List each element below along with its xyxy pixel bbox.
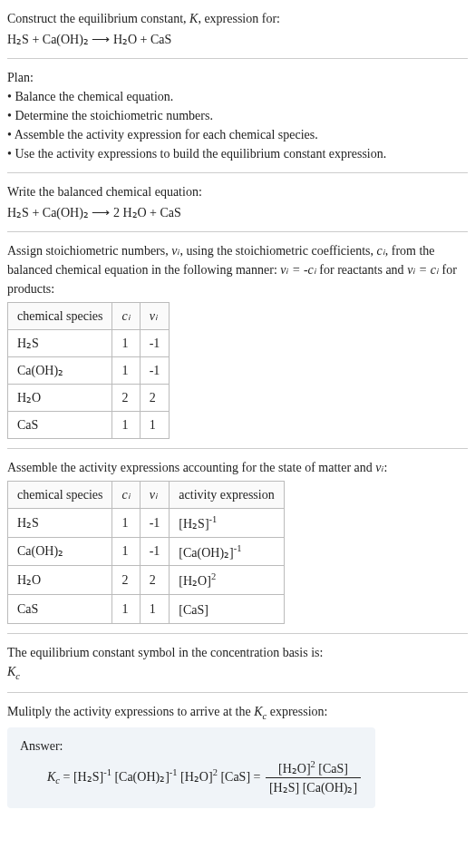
cell-ci: 1 (112, 509, 140, 538)
cell-vi: -1 (140, 537, 170, 566)
answer-box: Answer: Kc = [H₂S]-1 [Ca(OH)₂]-1 [H₂O]2 … (7, 727, 375, 809)
plan-bullet-2: • Determine the stoichiometric numbers. (7, 106, 468, 125)
cell-activity: [CaS] (170, 594, 284, 623)
intro-text-b: , expression for: (198, 12, 280, 25)
assemble-text: Assemble the activity expressions accoun… (7, 458, 468, 477)
divider (7, 231, 468, 232)
num-b: [CaS] (315, 761, 348, 775)
answer-label: Answer: (20, 736, 363, 756)
fraction-num: [H₂O]2 [CaS] (266, 757, 361, 779)
cell-species: CaS (8, 594, 112, 623)
stoich-table: chemical species cᵢ νᵢ H₂S 1 -1 Ca(OH)₂ … (7, 302, 170, 439)
table-row: H₂O 2 2 (8, 385, 170, 412)
col-vi: νᵢ (140, 482, 170, 509)
f1: [H₂S] (73, 769, 103, 783)
cell-species: CaS (8, 412, 112, 439)
cell-species: H₂S (8, 330, 112, 357)
cell-vi: 1 (140, 412, 170, 439)
c-i: cᵢ (377, 244, 385, 258)
cell-ci: 1 (112, 357, 140, 385)
col-species: chemical species (8, 482, 112, 509)
cell-ci: 1 (112, 594, 140, 623)
col-activity: activity expression (170, 482, 284, 509)
f4: [CaS] (220, 769, 250, 783)
act-exp: 2 (211, 571, 216, 581)
cell-activity: [H₂O]2 (170, 566, 284, 595)
cell-activity: [Ca(OH)₂]-1 (170, 537, 284, 566)
fraction: [H₂O]2 [CaS] [H₂S] [Ca(OH)₂] (266, 757, 361, 798)
table-row: CaS 1 1 (8, 412, 170, 439)
intro-K: K (189, 12, 198, 25)
divider (7, 172, 468, 173)
assign-b: , using the stoichiometric coefficients, (179, 244, 376, 258)
cell-ci: 1 (112, 330, 140, 357)
kc-k: K (7, 665, 15, 678)
f2-exp: -1 (170, 767, 178, 777)
cell-vi: 2 (140, 566, 170, 595)
act-base: [H₂S] (179, 517, 208, 531)
table-row: H₂S 1 -1 (8, 330, 170, 357)
assign-a: Assign stoichiometric numbers, (7, 244, 171, 258)
cell-vi: -1 (140, 509, 170, 538)
f1-exp: -1 (103, 767, 111, 777)
plan-heading: Plan: (7, 68, 468, 87)
cell-ci: 1 (112, 537, 140, 566)
table-header-row: chemical species cᵢ νᵢ (8, 303, 170, 330)
table-row: CaS 1 1 [CaS] (8, 594, 285, 623)
f2: [Ca(OH)₂] (114, 769, 169, 783)
symbol-line: The equilibrium constant symbol in the c… (7, 643, 468, 662)
balanced-heading: Write the balanced chemical equation: (7, 182, 468, 201)
final-a: Mulitply the activity expressions to arr… (7, 705, 254, 718)
table-row: H₂O 2 2 [H₂O]2 (8, 566, 285, 595)
table-row: H₂S 1 -1 [H₂S]-1 (8, 509, 285, 538)
divider (7, 633, 468, 634)
nu-i: νᵢ (375, 461, 383, 474)
table-row: Ca(OH)₂ 1 -1 (8, 357, 170, 385)
col-vi: νᵢ (140, 303, 170, 330)
act-exp: -1 (209, 514, 218, 524)
activity-table: chemical species cᵢ νᵢ activity expressi… (7, 481, 285, 624)
cell-species: Ca(OH)₂ (8, 537, 112, 566)
cell-ci: 2 (112, 385, 140, 412)
intro-text-a: Construct the equilibrium constant, (7, 12, 189, 25)
kc-k: K (47, 769, 55, 783)
eq-sign: = (60, 769, 73, 783)
cell-vi: 1 (140, 594, 170, 623)
act-exp: -1 (234, 543, 242, 553)
assign-d: for reactants and (316, 263, 407, 277)
balanced-equation: H₂S + Ca(OH)₂ ⟶ 2 H₂O + CaS (7, 203, 468, 222)
intro-equation: H₂S + Ca(OH)₂ ⟶ H₂O + CaS (7, 30, 468, 49)
cell-species: H₂O (8, 385, 112, 412)
divider (7, 58, 468, 59)
divider (7, 448, 468, 449)
num-a: [H₂O] (278, 761, 311, 775)
rel2: νᵢ = cᵢ (407, 263, 439, 277)
intro-line: Construct the equilibrium constant, K, e… (7, 9, 468, 28)
balanced-rhs: 2 H₂O + CaS (113, 206, 181, 219)
cell-vi: 2 (140, 385, 170, 412)
col-ci: cᵢ (112, 303, 140, 330)
intro-eq-rhs: H₂O + CaS (113, 33, 171, 46)
arrow-icon: ⟶ (92, 33, 110, 46)
kc-symbol: Kc (7, 662, 468, 684)
plan-bullet-3: • Assemble the activity expression for e… (7, 125, 468, 144)
final-heading: Mulitply the activity expressions to arr… (7, 702, 468, 724)
cell-vi: -1 (140, 330, 170, 357)
divider (7, 692, 468, 693)
cell-species: Ca(OH)₂ (8, 357, 112, 385)
table-row: Ca(OH)₂ 1 -1 [Ca(OH)₂]-1 (8, 537, 285, 566)
assign-text: Assign stoichiometric numbers, νᵢ, using… (7, 241, 468, 298)
eq-sign-2: = (250, 769, 264, 783)
act-base: [Ca(OH)₂] (179, 545, 233, 559)
arrow-icon: ⟶ (92, 206, 110, 219)
rel1: νᵢ = -cᵢ (280, 263, 316, 277)
cell-ci: 2 (112, 566, 140, 595)
f3: [H₂O] (180, 769, 213, 783)
assemble-a: Assemble the activity expressions accoun… (7, 461, 375, 474)
kc-k: K (254, 705, 262, 718)
assemble-b: : (384, 461, 388, 474)
cell-activity: [H₂S]-1 (170, 509, 284, 538)
plan-bullet-1: • Balance the chemical equation. (7, 87, 468, 106)
act-base: [CaS] (179, 603, 208, 617)
kc-c: c (15, 670, 20, 680)
